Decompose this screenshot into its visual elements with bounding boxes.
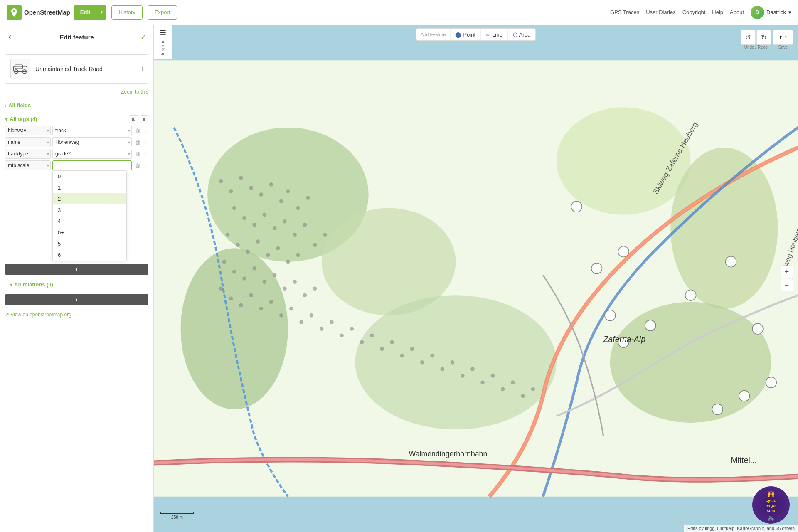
svg-point-93 bbox=[521, 394, 525, 398]
osm-logo[interactable]: OpenStreetMap bbox=[7, 5, 70, 20]
edit-button[interactable]: Edit bbox=[74, 5, 97, 20]
svg-point-37 bbox=[252, 223, 256, 227]
zoom-in-button[interactable]: + bbox=[781, 266, 793, 278]
all-fields-section[interactable]: › All fields bbox=[0, 98, 153, 113]
svg-point-89 bbox=[480, 380, 485, 384]
tag-delete-mtbscale[interactable]: 🗑 bbox=[133, 162, 142, 170]
tag-val-name[interactable]: Höhenweg bbox=[52, 137, 132, 147]
svg-point-63 bbox=[219, 286, 223, 291]
dropdown-option-3[interactable]: 3 bbox=[53, 204, 126, 216]
dropdown-option-6[interactable]: 6 bbox=[53, 249, 126, 261]
tag-val-mtbscale-input[interactable] bbox=[52, 160, 132, 170]
svg-point-92 bbox=[511, 380, 515, 384]
add-line-button[interactable]: ✏ Line bbox=[481, 29, 508, 40]
point-icon: ⬤ bbox=[455, 32, 461, 38]
redo-button[interactable]: ↻ bbox=[756, 30, 771, 45]
svg-point-42 bbox=[303, 223, 307, 227]
svg-point-18 bbox=[645, 320, 656, 331]
tag-info-name[interactable]: i bbox=[144, 138, 148, 146]
dropdown-option-0plus[interactable]: 0+ bbox=[53, 227, 126, 238]
svg-point-39 bbox=[273, 226, 277, 230]
map-container[interactable]: Skiweg Zaferna Heuberg Skiweg Heuberg Za… bbox=[154, 25, 798, 532]
all-relations-label: All relations (0) bbox=[14, 281, 53, 288]
dropdown-option-2[interactable]: 2 bbox=[53, 193, 126, 204]
svg-point-86 bbox=[451, 360, 455, 365]
svg-point-70 bbox=[289, 307, 293, 311]
tag-val-tracktype[interactable]: grade2 bbox=[52, 149, 132, 159]
edit-dropdown-button[interactable]: ▾ bbox=[97, 5, 106, 20]
svg-point-57 bbox=[263, 280, 267, 284]
user-diaries-link[interactable]: User Diaries bbox=[646, 9, 676, 15]
svg-point-47 bbox=[246, 250, 250, 254]
tag-key-highway[interactable]: highway bbox=[5, 126, 51, 135]
svg-point-36 bbox=[242, 216, 246, 220]
tags-grid-view-button[interactable]: ⊞ bbox=[129, 115, 138, 123]
edit-btn-group: Edit ▾ bbox=[74, 5, 107, 20]
feature-icon bbox=[10, 59, 30, 79]
save-button[interactable]: ⬆ 1 bbox=[773, 30, 793, 45]
svg-point-91 bbox=[501, 387, 505, 392]
tags-section: ▾ All tags (4) ⊞ ≡ highway ▾ bbox=[0, 113, 153, 277]
zoom-out-button[interactable]: − bbox=[781, 279, 793, 291]
tag-info-mtbscale[interactable]: i bbox=[144, 162, 148, 170]
tag-val-highway[interactable]: track bbox=[52, 126, 132, 135]
help-link[interactable]: Help bbox=[712, 9, 723, 15]
back-button[interactable]: ‹ bbox=[7, 30, 13, 44]
val-wrapper-highway: track ▾ bbox=[52, 126, 132, 135]
add-area-button[interactable]: ⬡ Area bbox=[508, 29, 535, 40]
tags-header: ▾ All tags (4) ⊞ ≡ bbox=[5, 113, 148, 126]
tag-key-tracktype[interactable]: tracktype bbox=[5, 149, 51, 159]
svg-point-73 bbox=[320, 327, 324, 331]
user-button[interactable]: D Dastrick ▾ bbox=[751, 6, 791, 19]
tag-key-name[interactable]: name bbox=[5, 137, 51, 147]
svg-point-25 bbox=[219, 179, 223, 183]
tag-info-tracktype[interactable]: i bbox=[144, 150, 148, 158]
tags-table-view-button[interactable]: ≡ bbox=[140, 115, 148, 123]
dropdown-option-4[interactable]: 4 bbox=[53, 216, 126, 227]
add-relation-button[interactable]: + bbox=[5, 294, 148, 305]
tag-info-highway[interactable]: i bbox=[144, 127, 148, 135]
topnav-left: OpenStreetMap Edit ▾ History Export bbox=[7, 5, 177, 20]
user-dropdown-icon: ▾ bbox=[788, 9, 791, 15]
zoom-link-container: Zoom to this bbox=[0, 89, 153, 98]
undo-button[interactable]: ↺ bbox=[741, 30, 756, 45]
svg-point-75 bbox=[340, 333, 344, 337]
export-button[interactable]: Export bbox=[148, 5, 177, 20]
all-tags-label[interactable]: ▾ All tags (4) bbox=[5, 116, 37, 122]
confirm-button[interactable]: ✓ bbox=[140, 32, 147, 42]
svg-point-20 bbox=[726, 256, 736, 267]
tag-delete-tracktype[interactable]: 🗑 bbox=[133, 150, 142, 158]
val-wrapper-tracktype: grade2 ▾ bbox=[52, 149, 132, 159]
view-on-osm-link[interactable]: ↗ View on openstreetmap.org bbox=[5, 312, 71, 318]
dropdown-option-0[interactable]: 0 bbox=[53, 171, 126, 182]
history-button[interactable]: History bbox=[111, 5, 142, 20]
dropdown-option-5[interactable]: 5 bbox=[53, 238, 126, 249]
tag-delete-name[interactable]: 🗑 bbox=[133, 138, 142, 146]
add-tag-button[interactable]: + bbox=[5, 264, 148, 275]
svg-point-68 bbox=[269, 300, 273, 304]
topnav-right: GPS Traces User Diaries Copyright Help A… bbox=[610, 6, 791, 19]
inspect-icon: ☰ bbox=[160, 28, 166, 37]
svg-point-35 bbox=[232, 206, 236, 210]
svg-point-44 bbox=[323, 233, 327, 237]
tag-key-mtbscale[interactable]: mtb:scale bbox=[5, 160, 51, 170]
tags-arrow: ▾ bbox=[5, 116, 8, 122]
svg-point-78 bbox=[370, 333, 374, 337]
dropdown-option-1[interactable]: 1 bbox=[53, 182, 126, 193]
svg-point-38 bbox=[263, 213, 267, 217]
copyright-link[interactable]: Copyright bbox=[682, 9, 706, 15]
cyclo-ergo-sum-badge[interactable]: 🙌 cyclo ergo sum 🚲 bbox=[752, 486, 790, 524]
all-relations-section[interactable]: ▾ All relations (0) bbox=[5, 277, 148, 292]
tag-delete-highway[interactable]: 🗑 bbox=[133, 127, 142, 135]
add-feature-label: Add Feature bbox=[416, 29, 451, 40]
svg-point-77 bbox=[360, 340, 364, 345]
gps-traces-link[interactable]: GPS Traces bbox=[610, 9, 639, 15]
feature-info-button[interactable]: i bbox=[141, 65, 143, 73]
about-link[interactable]: About bbox=[730, 9, 744, 15]
zoom-to-this-link[interactable]: Zoom to this bbox=[121, 89, 148, 95]
svg-point-90 bbox=[491, 374, 495, 378]
svg-point-66 bbox=[249, 293, 253, 298]
add-point-button[interactable]: ⬤ Point bbox=[450, 29, 481, 40]
add-tag-plus-icon: + bbox=[75, 266, 79, 272]
inspect-panel[interactable]: ☰ Inspect bbox=[154, 25, 172, 59]
